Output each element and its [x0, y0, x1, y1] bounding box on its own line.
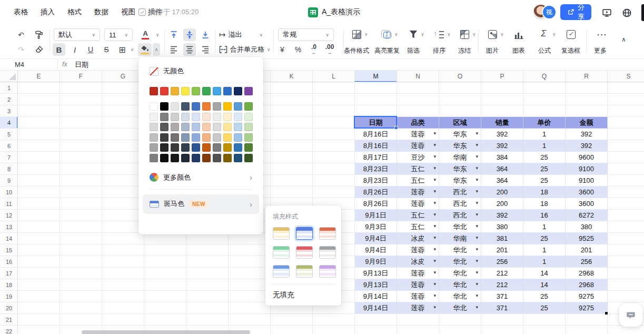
color-swatch[interactable] — [213, 87, 221, 95]
cell-dropdown-icon[interactable]: ▾ — [475, 131, 478, 136]
fill-style-swatch[interactable] — [273, 246, 290, 259]
color-swatch[interactable] — [171, 113, 179, 121]
docked-panel-edge[interactable] — [641, 4, 644, 21]
cell-region[interactable]: 华东▾ — [439, 129, 481, 140]
row-header[interactable]: 21 — [0, 314, 18, 326]
color-swatch[interactable] — [244, 113, 253, 121]
cell-category[interactable]: 五仁▾ — [397, 175, 439, 186]
present-mode-icon[interactable] — [601, 7, 612, 18]
color-swatch[interactable] — [171, 102, 179, 111]
color-swatch[interactable] — [181, 154, 190, 162]
row-header[interactable]: 8 — [0, 163, 18, 175]
cell-category[interactable]: 五仁▾ — [397, 221, 439, 233]
column-header[interactable]: P — [481, 71, 523, 82]
color-swatch[interactable] — [202, 123, 211, 131]
cell-sales[interactable]: 364 — [481, 175, 523, 186]
no-color-option[interactable]: 无颜色 — [138, 63, 263, 79]
color-swatch[interactable] — [160, 102, 169, 111]
menu-item[interactable]: 格式 — [67, 7, 82, 17]
cell-date[interactable]: 8月23日 — [355, 175, 397, 186]
cell-category[interactable]: 莲蓉▾ — [397, 198, 439, 210]
cell-dropdown-icon[interactable]: ▾ — [475, 247, 478, 252]
cell-sales[interactable]: 392 — [481, 140, 523, 152]
fill-color-dropdown-arrow[interactable]: ∧ — [153, 43, 160, 56]
color-swatch[interactable] — [181, 123, 190, 131]
cell-region[interactable]: 华北▾ — [439, 256, 481, 268]
cell-sales[interactable]: 200 — [481, 198, 523, 210]
cell-sales[interactable]: 380 — [481, 221, 523, 233]
cell-category[interactable]: 莲蓉▾ — [397, 186, 439, 198]
cell-sales[interactable]: 392 — [481, 210, 523, 221]
more-colors-option[interactable]: 更多颜色 › — [138, 170, 263, 185]
cell-amount[interactable]: 392 — [566, 129, 608, 140]
toolbar-big-button[interactable]: 复选框 — [557, 27, 584, 56]
cell-date[interactable]: 9月4日 — [355, 244, 397, 256]
column-header[interactable]: S — [608, 71, 644, 82]
align-center-button[interactable] — [183, 43, 196, 56]
cell-unit-price[interactable]: 1 — [523, 140, 566, 152]
color-swatch[interactable] — [171, 133, 179, 142]
cell-amount[interactable]: 6272 — [566, 210, 608, 221]
cell-date[interactable]: 8月26日 — [355, 198, 397, 210]
cell-unit-price[interactable]: 1 — [523, 256, 566, 268]
color-swatch[interactable] — [192, 123, 200, 131]
cell-region[interactable]: 华东▾ — [439, 163, 481, 175]
color-swatch[interactable] — [213, 123, 221, 131]
table-header-cell[interactable]: 品类 — [397, 117, 439, 129]
fill-handle[interactable] — [394, 126, 398, 130]
row-header[interactable]: 19 — [0, 291, 18, 302]
cell-sales[interactable]: 371 — [481, 302, 523, 314]
row-header[interactable]: 13 — [0, 221, 18, 233]
color-swatch[interactable] — [181, 113, 190, 121]
cell-unit-price[interactable]: 25 — [523, 175, 566, 186]
color-swatch[interactable] — [160, 133, 169, 142]
color-swatch[interactable] — [234, 154, 242, 162]
cell-unit-price[interactable]: 1 — [523, 129, 566, 140]
underline-button[interactable]: U — [84, 43, 97, 56]
menu-item[interactable]: 视图 — [121, 7, 135, 17]
column-header[interactable]: G — [102, 71, 144, 82]
fill-style-swatch[interactable] — [296, 227, 313, 240]
cell-category[interactable]: 五仁▾ — [397, 163, 439, 175]
cell-dropdown-icon[interactable]: ▾ — [475, 154, 478, 159]
fill-style-swatch[interactable] — [319, 265, 336, 278]
column-header[interactable]: N — [397, 71, 439, 82]
language-globe-icon[interactable] — [621, 7, 632, 18]
color-swatch[interactable] — [181, 87, 190, 95]
color-swatch[interactable] — [192, 113, 200, 121]
cell-dropdown-icon[interactable]: ▾ — [433, 258, 436, 263]
cell-dropdown-icon[interactable]: ▾ — [475, 281, 478, 287]
column-header[interactable]: R — [566, 71, 608, 82]
cell-region[interactable]: 华南▾ — [439, 152, 481, 163]
cell-date[interactable]: 9月4日 — [355, 233, 397, 244]
cell-unit-price[interactable]: 25 — [523, 302, 566, 314]
borders-button[interactable]: ⊞ — [116, 43, 128, 56]
cell-category[interactable]: 莲蓉▾ — [397, 129, 439, 140]
cell-dropdown-icon[interactable]: ▾ — [433, 165, 436, 171]
cell-dropdown-icon[interactable]: ▾ — [433, 189, 436, 194]
color-swatch[interactable] — [223, 87, 232, 95]
color-swatch[interactable] — [192, 87, 200, 95]
italic-button[interactable]: I — [68, 43, 81, 56]
cell-amount[interactable]: 256 — [566, 256, 608, 268]
color-swatch[interactable] — [160, 113, 169, 121]
cell-region[interactable]: 华北▾ — [439, 244, 481, 256]
color-swatch[interactable] — [171, 154, 179, 162]
cell-category[interactable]: 豆沙▾ — [397, 152, 439, 163]
table-header-cell[interactable]: 单价 — [523, 117, 566, 129]
clear-format-eraser-button[interactable] — [33, 43, 45, 56]
cell-dropdown-icon[interactable]: ▾ — [475, 235, 478, 240]
cell-date[interactable]: 8月16日 — [355, 129, 397, 140]
cell-date[interactable]: 9月14日 — [355, 291, 397, 302]
cell-dropdown-icon[interactable]: ▾ — [475, 200, 478, 205]
font-color-button[interactable]: A — [138, 28, 153, 41]
cell-dropdown-icon[interactable]: ▾ — [433, 154, 436, 159]
cell-unit-price[interactable]: 25 — [523, 291, 566, 302]
cell-dropdown-icon[interactable]: ▾ — [475, 165, 478, 171]
toolbar-big-button[interactable]: ∨ 图片 — [480, 27, 504, 56]
color-swatch[interactable] — [244, 123, 253, 131]
cell-amount[interactable]: 3600 — [566, 186, 608, 198]
font-color-dropdown-arrow[interactable]: ∨ — [154, 28, 161, 41]
color-swatch[interactable] — [150, 102, 158, 111]
cell-dropdown-icon[interactable]: ▾ — [433, 223, 436, 229]
